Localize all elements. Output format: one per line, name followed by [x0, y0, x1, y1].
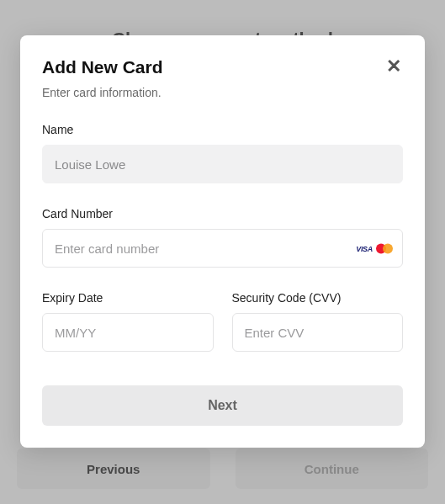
cvv-label: Security Code (CVV)	[232, 291, 404, 305]
name-field-group: Name	[42, 123, 403, 183]
close-button[interactable]: ✕	[384, 57, 403, 76]
modal-subtitle: Enter card information.	[42, 86, 403, 99]
cvv-field-group: Security Code (CVV)	[232, 291, 404, 352]
card-number-wrap: VISA	[42, 229, 403, 268]
card-number-field-group: Card Number VISA	[42, 207, 403, 268]
mastercard-icon	[376, 243, 393, 254]
add-card-modal: Add New Card ✕ Enter card information. N…	[20, 35, 425, 448]
card-number-input[interactable]	[42, 229, 403, 268]
cvv-input[interactable]	[232, 313, 404, 352]
name-input[interactable]	[42, 145, 403, 183]
expiry-input[interactable]	[42, 313, 214, 352]
modal-title: Add New Card	[42, 57, 163, 77]
card-number-label: Card Number	[42, 207, 403, 220]
next-button[interactable]: Next	[42, 385, 403, 426]
name-label: Name	[42, 123, 403, 136]
card-brand-icons: VISA	[356, 243, 393, 254]
visa-icon: VISA	[356, 244, 373, 252]
expiry-field-group: Expiry Date	[42, 291, 214, 352]
modal-header: Add New Card ✕	[42, 57, 403, 77]
expiry-label: Expiry Date	[42, 291, 214, 305]
